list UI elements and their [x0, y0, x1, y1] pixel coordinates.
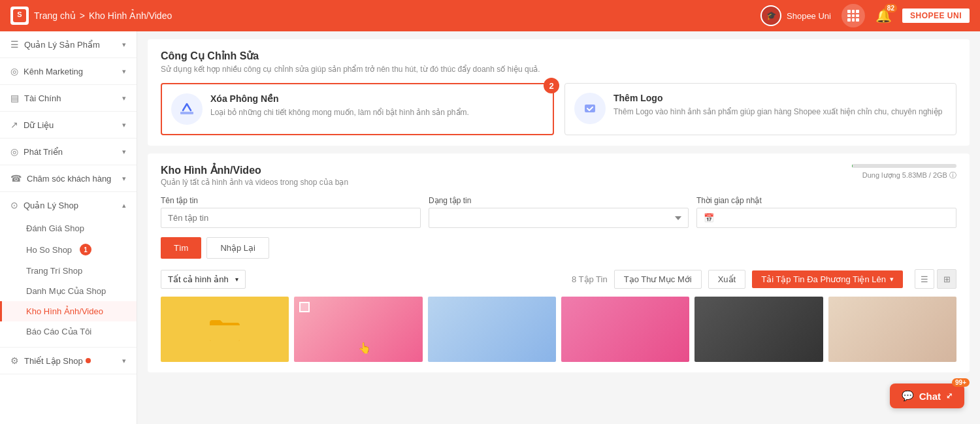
top-header: S Trang chủ > Kho Hình Ảnh/Video 🎓 Shope… [0, 0, 980, 31]
xoa-phong-desc: Loại bỏ những chi tiết không mong muốn, … [210, 106, 469, 118]
cong-cu-desc: Sử dụng kết hợp nhiều công cụ chỉnh sửa … [161, 65, 956, 74]
sidebar-label-du-lieu: Dữ Liệu [24, 120, 54, 130]
svg-rect-4 [180, 112, 193, 114]
checkbox[interactable] [299, 302, 310, 312]
chevron-down-icon: ▾ [122, 67, 126, 76]
kho-header: Kho Hình Ảnh/Video Quản lý tất cả hình ả… [161, 164, 956, 187]
support-icon: ☎ [10, 173, 22, 184]
upload-label: Tải Tập Tin Đa Phương Tiện Lên [761, 274, 886, 284]
upload-button[interactable]: Tải Tập Tin Đa Phương Tiện Lên ▾ [752, 270, 903, 288]
sidebar-item-phat-trien[interactable]: ◎ Phát Triển ▾ [0, 139, 137, 165]
chevron-down-icon: ▾ [122, 121, 126, 129]
sidebar-item-cham-soc[interactable]: ☎ Chăm sóc khách hàng ▾ [0, 165, 137, 191]
sidebar-item-ho-so-shop[interactable]: Ho So Shop 1 [0, 238, 137, 261]
tool-them-logo[interactable]: Thêm Logo Thêm Logo vào hình ảnh sản phẩ… [564, 83, 956, 135]
sidebar-item-kenh-marketing[interactable]: ◎ Kênh Marketing ▾ [0, 58, 137, 84]
breadcrumb: Trang chủ > Kho Hình Ảnh/Video [34, 10, 172, 21]
sidebar-item-thiet-lap-shop[interactable]: ⚙ Thiết Lập Shop ▾ [0, 348, 137, 374]
notification-bell[interactable]: 🔔 82 [875, 8, 892, 24]
gallery-item[interactable] [161, 297, 289, 362]
gallery-item[interactable]: 👆 [294, 297, 422, 362]
shopee-uni-button[interactable]: SHOPEE UNI [902, 8, 970, 23]
filters-row: Tên tập tin Dạng tập tin Hình ảnh Video … [161, 196, 956, 228]
sidebar-item-trang-tri-shop[interactable]: Trang Trí Shop [0, 261, 137, 281]
filter-type-label: Dạng tập tin [429, 196, 689, 205]
them-logo-text: Thêm Logo Thêm Logo vào hình ảnh sản phẩ… [613, 93, 942, 118]
shopee-logo: S [10, 7, 29, 25]
search-button[interactable]: Tìm [161, 237, 201, 259]
settings-icon: ⚙ [10, 355, 19, 366]
filter-type-select[interactable]: Hình ảnh Video [429, 208, 689, 228]
gallery-item[interactable] [428, 297, 556, 362]
chat-icon: 💬 [902, 390, 914, 402]
kho-desc: Quản lý tất cả hình ảnh và videos trong … [161, 178, 348, 187]
chevron-down-icon: ▾ [122, 357, 126, 365]
main-content: Công Cụ Chỉnh Sửa Sử dụng kết hợp nhiều … [137, 31, 980, 424]
sidebar-item-tai-chinh[interactable]: ▤ Tài Chính ▾ [0, 85, 137, 111]
storage-label: Dung lượng 5.83MB / 2GB ⓘ [862, 171, 956, 180]
reset-button[interactable]: Nhập Lại [206, 237, 269, 259]
filter-date-input[interactable]: 📅 [696, 208, 956, 228]
chevron-down-icon: ▾ [122, 148, 126, 156]
sidebar-section-san-pham: ☰ Quản Lý Sản Phẩm ▾ [0, 31, 137, 58]
cong-cu-title: Công Cụ Chỉnh Sửa [161, 50, 956, 62]
data-icon: ↗ [10, 120, 18, 130]
sidebar-label-phat-trien: Phát Triển [24, 147, 63, 157]
list-view-icon[interactable]: ☰ [915, 269, 934, 289]
svg-text:S: S [17, 10, 22, 18]
sidebar-label-quan-ly-shop: Quản Lý Shop [24, 201, 78, 210]
chat-expand-icon: ⤢ [946, 391, 953, 400]
sidebar-label-thiet-lap: Thiết Lập Shop [24, 356, 83, 366]
svg-rect-5 [585, 105, 595, 112]
uni-avatar: 🎓 [760, 5, 781, 26]
filter-filename-group: Tên tập tin [161, 196, 421, 228]
sidebar-item-danh-gia-shop[interactable]: Đánh Giá Shop [0, 218, 137, 238]
sidebar-section-phat-trien: ◎ Phát Triển ▾ [0, 139, 137, 165]
xoa-phong-text: Xóa Phông Nền Loại bỏ những chi tiết khô… [210, 93, 469, 118]
gallery-filter-label: Tất cả hình ảnh [168, 274, 229, 284]
chat-fab[interactable]: 99+ 💬 Chat ⤢ [890, 383, 964, 408]
chevron-up-icon: ▴ [122, 201, 126, 210]
apps-grid-icon[interactable] [841, 4, 865, 27]
sidebar-section-quan-ly-shop: ⊙ Quản Lý Shop ▴ Đánh Giá Shop Ho So Sho… [0, 192, 137, 348]
chevron-down-icon: ▾ [122, 41, 126, 49]
filter-filename-input[interactable] [161, 208, 421, 228]
grid-view-icon[interactable]: ⊞ [937, 269, 956, 289]
gallery-filter-dropdown[interactable]: Tất cả hình ảnh ▾ [161, 270, 246, 289]
sidebar-item-kho-hinh-anh[interactable]: Kho Hình Ảnh/Video [0, 301, 137, 321]
chevron-down-icon: ▾ [122, 174, 126, 183]
export-button[interactable]: Xuất [708, 270, 746, 289]
gallery-item[interactable] [828, 297, 956, 362]
search-buttons-row: Tìm Nhập Lại [161, 237, 956, 259]
gallery-row: 👆 [161, 297, 956, 362]
gallery-item[interactable] [561, 297, 689, 362]
tool-badge: 2 [544, 78, 559, 93]
cong-cu-section: Công Cụ Chỉnh Sửa Sử dụng kết hợp nhiều … [148, 39, 970, 146]
sidebar-item-du-lieu[interactable]: ↗ Dữ Liệu ▾ [0, 112, 137, 138]
gallery-item[interactable] [694, 297, 823, 362]
sidebar-item-quan-ly-san-pham[interactable]: ☰ Quản Lý Sản Phẩm ▾ [0, 31, 137, 57]
them-logo-title: Thêm Logo [613, 93, 942, 103]
tool-xoa-phong-nen[interactable]: 2 Xóa Phông Nền Loại bỏ những chi tiết k… [161, 83, 554, 135]
sidebar: ☰ Quản Lý Sản Phẩm ▾ ◎ Kênh Marketing ▾ … [0, 31, 137, 424]
thiet-lap-dot [86, 358, 91, 363]
files-count: 8 Tập Tin [572, 274, 608, 284]
sidebar-item-bao-cao[interactable]: Báo Cáo Của Tôi [0, 321, 137, 342]
breadcrumb-current: Kho Hình Ảnh/Video [89, 10, 172, 21]
gallery-toolbar: Tất cả hình ảnh ▾ 8 Tập Tin Tạo Thư Mục … [161, 269, 956, 289]
filter-date-label: Thời gian cập nhật [696, 196, 956, 205]
notification-badge: 82 [885, 4, 897, 12]
breadcrumb-home[interactable]: Trang chủ [34, 10, 76, 21]
sidebar-item-quan-ly-shop[interactable]: ⊙ Quản Lý Shop ▴ [0, 192, 137, 218]
shopee-uni-label: Shopee Uni [787, 11, 831, 21]
sidebar-section-marketing: ◎ Kênh Marketing ▾ [0, 58, 137, 85]
develop-icon: ◎ [10, 146, 18, 157]
sidebar-label-kenh-marketing: Kênh Marketing [24, 67, 83, 76]
them-logo-icon-bg [574, 93, 606, 124]
shop-icon: ⊙ [10, 200, 18, 210]
sidebar-item-danh-muc-cua-shop[interactable]: Danh Mục Của Shop [0, 281, 137, 301]
them-logo-desc: Thêm Logo vào hình ảnh sản phẩm giúp gia… [613, 106, 942, 118]
calendar-icon: 📅 [704, 213, 714, 223]
sidebar-label-quan-ly-san-pham: Quản Lý Sản Phẩm [24, 40, 100, 50]
create-folder-button[interactable]: Tạo Thư Mục Mới [614, 270, 702, 289]
